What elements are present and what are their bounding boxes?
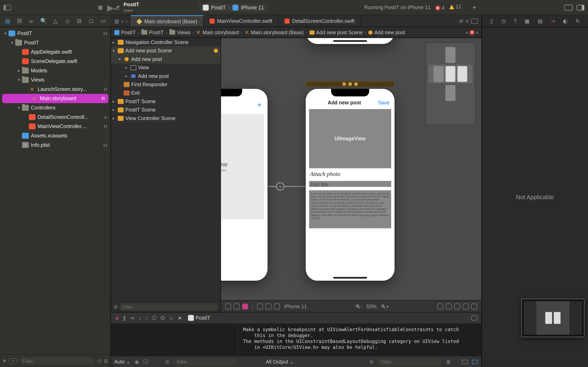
disclosure-icon[interactable] [26,96,30,101]
process-selector[interactable]: PostIT [188,315,210,321]
recent-files-icon[interactable]: ◷ [97,358,101,364]
navigator-item[interactable]: MainViewController....R [0,122,111,131]
outline-item[interactable]: ▸View Controller Scene [111,114,221,123]
disclosure-icon[interactable]: ▾ [119,57,123,61]
debug-navigator-icon[interactable]: ⊟ [76,17,83,24]
step-over-icon[interactable]: ⤼ [130,315,134,321]
outline-item[interactable]: First Responder [111,80,221,89]
disclosure-icon[interactable]: ▸ [125,74,130,78]
back-button[interactable]: ‹ [121,18,123,24]
file-inspector-icon[interactable]: ▯ [490,18,493,24]
stop-button[interactable]: ■ [98,2,103,12]
vc-dock-icon[interactable] [343,82,346,86]
scm-filter-icon[interactable]: ⊞ [104,358,108,364]
scope-button[interactable]: ⎄ [9,358,17,364]
scene-dock[interactable] [306,81,394,87]
source-control-navigator-icon[interactable]: ☒ [16,17,23,24]
bindings-inspector-icon[interactable]: ↻ [576,18,580,24]
output-selector[interactable]: All Output ⌄ [266,359,294,365]
disclosure-icon[interactable]: ▸ [113,116,117,120]
outline-item[interactable]: ▸Add new post [111,72,221,80]
scheme-selector[interactable]: PostIT › iPhone 11 [199,3,268,12]
connections-inspector-icon[interactable]: ◐ [563,18,567,24]
disclosure-icon[interactable]: ▾ [10,41,15,45]
interface-builder-canvas[interactable]: + ew tent ≡ [221,38,481,312]
resolve-icon[interactable] [454,303,460,309]
run-button[interactable]: ▶ [107,2,113,12]
disclosure-icon[interactable] [24,87,28,91]
zoom-in-icon[interactable]: 🔍︎+ [381,303,389,309]
location-icon[interactable]: ➤ [178,315,182,321]
navigator-item[interactable]: ▾PostIT [0,38,111,48]
disclosure-icon[interactable] [24,124,28,129]
clear-console-icon[interactable]: 🗑 [446,359,451,365]
panel-right-icon[interactable] [576,4,585,10]
disclosure-icon[interactable]: ▸ [113,108,117,112]
navigator-item[interactable]: ▸Models [0,66,111,75]
exit-dock-icon[interactable] [355,82,358,86]
step-out-icon[interactable]: ↑ [145,315,148,321]
find-navigator-icon[interactable]: 🔍 [40,17,47,24]
info-icon[interactable]: ⓘ [143,358,148,365]
prev-issue-button[interactable]: ‹ [466,29,468,35]
navigator-item[interactable]: SceneDelegate.swift [0,57,111,66]
disclosure-icon[interactable]: ▾ [17,106,21,110]
continue-icon[interactable]: ‖ [123,315,126,321]
symbol-navigator-icon[interactable]: ⎄ [28,17,35,24]
outline-item[interactable]: ▸View [111,63,221,72]
navigator-item[interactable]: ▾Views [0,75,111,85]
panel-left-icon[interactable] [3,4,11,11]
save-bar-button[interactable]: Save [378,100,389,106]
outline-toggle-icon[interactable] [225,303,231,309]
navigator-item[interactable]: DetailScreenControll...A [0,113,111,122]
console-output[interactable]: Make a symbolic breakpoint at UIViewAler… [238,323,481,356]
disclosure-icon[interactable] [17,50,21,54]
add-tab-button[interactable]: + [472,4,476,11]
disclosure-icon[interactable]: ▾ [3,31,8,35]
outline-item[interactable]: ▾Add new post [111,55,221,63]
project-name[interactable]: PostIT [123,2,139,8]
test-navigator-icon[interactable]: ◇ [64,17,71,24]
navigator-item[interactable]: AppDelegate.swift [0,47,111,57]
navigator-filter-input[interactable] [19,357,94,365]
disclosure-icon[interactable]: ▾ [17,78,21,82]
screen-share-preview[interactable] [521,299,585,337]
outline-item[interactable]: Exit [111,89,221,97]
error-badge-icon[interactable]: ✕ [470,30,475,35]
align-icon[interactable] [437,303,443,309]
disclosure-icon[interactable] [17,133,21,138]
navigator-item[interactable]: ▾PostITM [0,29,111,38]
history-inspector-icon[interactable]: ◷ [501,18,506,24]
breakpoints-toggle-icon[interactable]: ◈ [115,315,119,321]
device-preview-left[interactable]: + ew tent [221,89,268,281]
tab-main-storyboard[interactable]: Main.storyboard (Base) [131,15,204,27]
console-filter-input[interactable] [378,358,442,365]
related-items-icon[interactable]: ⇄ [459,18,463,24]
project-navigator-icon[interactable]: ▤ [4,17,11,24]
add-editor-icon[interactable] [471,18,478,24]
variables-filter-input[interactable] [173,358,237,365]
outline-item[interactable]: ▸PostIT Scene [111,106,221,114]
responder-dock-icon[interactable] [348,82,352,86]
tab-mainviewcontroller[interactable]: MainViewController.swift [204,15,279,27]
add-file-button[interactable]: + [2,357,6,365]
body-textview[interactable]: Lorem ipsum dolor sit er elit lamet, con… [309,190,391,228]
variables-view-mode[interactable]: Auto ⌄ [114,359,130,365]
variables-pane[interactable] [111,323,238,356]
segue-icon[interactable]: ≡ [276,182,285,191]
outline-item[interactable]: ▾Add new post Scene [111,47,221,55]
error-count[interactable]: ✕4 [435,5,444,11]
title-textfield[interactable]: Add title [309,181,391,187]
navigator-item[interactable]: ✕Main.storyboardR [2,94,108,103]
outline-item[interactable]: ▸PostIT Scene [111,97,221,106]
forward-button[interactable]: › [126,18,127,24]
disclosure-icon[interactable] [17,143,21,147]
attributes-inspector-icon[interactable]: ▤ [538,18,543,24]
warning-count[interactable]: 11 [449,4,461,10]
device-phone-icon[interactable] [274,303,280,309]
disclosure-icon[interactable]: ▸ [113,40,117,44]
adjust-editor-icon[interactable] [234,303,240,309]
help-inspector-icon[interactable]: ? [514,18,517,24]
embed-icon[interactable] [463,303,468,309]
device-label[interactable]: iPhone 11 [284,303,307,309]
